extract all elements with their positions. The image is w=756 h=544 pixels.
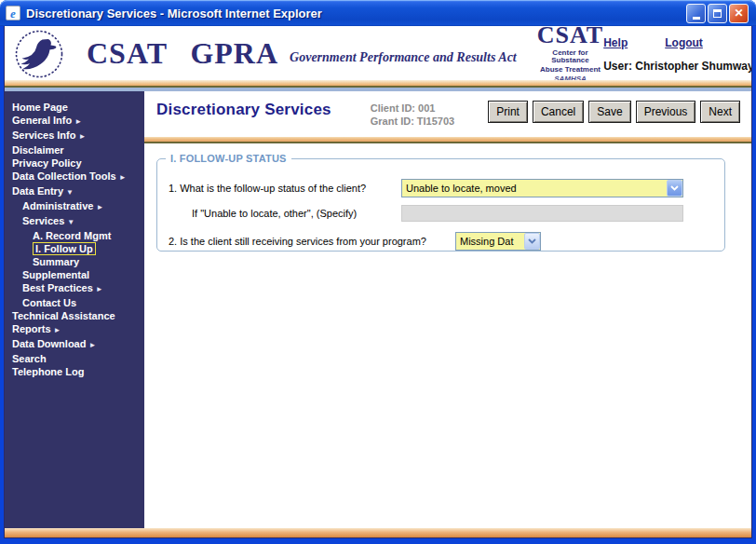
sidebar-item-reports[interactable]: Reports►	[5, 322, 144, 337]
sidebar-item-search[interactable]: Search	[5, 352, 144, 365]
csat-logo: CSAT Center for Substance Abuse Treatmen…	[537, 26, 603, 83]
csat-acronym: CSAT	[537, 26, 603, 48]
sidebar-item-label: Services	[22, 215, 64, 226]
sidebar-item-label: Best Practices	[22, 282, 93, 293]
maximize-button[interactable]	[708, 4, 727, 23]
expand-down-icon: ▼	[67, 218, 74, 226]
minimize-icon	[693, 17, 700, 20]
sidebar-item-label: Services Info	[12, 129, 75, 141]
sidebar-item-label: A. Record Mgmt	[33, 230, 111, 241]
followup-status-select[interactable]: Unable to locate, moved	[401, 179, 683, 197]
expand-right-icon: ►	[119, 173, 127, 182]
sidebar-item-label: Data Collection Tools	[12, 170, 116, 182]
sidebar-item-label: I. Follow Up	[33, 242, 96, 255]
sidebar-item-label: Administrative	[22, 200, 93, 211]
question1-label: 1. What is the follow-up status of the c…	[169, 183, 401, 194]
sidebar-item-administrative[interactable]: Administrative►	[5, 199, 144, 214]
still-receiving-select[interactable]: Missing Dat	[455, 232, 541, 251]
question2-label: 2. Is the client still receiving service…	[169, 236, 455, 247]
expand-right-icon: ►	[96, 285, 103, 293]
sidebar-item-technical-assistance[interactable]: Technical Assistance	[5, 309, 144, 322]
help-link[interactable]: Help	[603, 36, 628, 49]
footer-orange-bar	[5, 528, 751, 537]
expand-down-icon: ▼	[66, 188, 74, 197]
sidebar-item-label: Reports	[12, 323, 51, 334]
main-header: Discretionary Services Client ID: 001 Gr…	[144, 91, 751, 137]
ie-e-glyph: e	[10, 7, 16, 20]
close-button[interactable]: ✕	[729, 4, 749, 23]
next-button[interactable]: Next	[700, 101, 740, 123]
sidebar-item-data-entry[interactable]: Data Entry▼	[5, 184, 144, 199]
sidebar-item-summary[interactable]: Summary	[5, 255, 144, 268]
sidebar-nav: Home PageGeneral Info►Services Info►Disc…	[5, 91, 144, 528]
close-icon: ✕	[734, 7, 743, 19]
chevron-down-icon[interactable]	[667, 180, 682, 197]
sidebar-item-label: Summary	[33, 256, 79, 267]
title-bar[interactable]: e Discretionary Services - Microsoft Int…	[0, 0, 756, 26]
cancel-button[interactable]: Cancel	[533, 101, 584, 123]
window-controls: ✕	[686, 4, 749, 23]
expand-right-icon: ►	[96, 203, 103, 211]
sidebar-item-services-info[interactable]: Services Info►	[5, 129, 144, 143]
sidebar-item-label: Telephone Log	[12, 366, 84, 377]
content-row: Home PageGeneral Info►Services Info►Disc…	[5, 91, 751, 528]
chevron-down-icon[interactable]	[524, 233, 540, 250]
logout-link[interactable]: Logout	[665, 36, 703, 49]
sidebar-item-disclaimer[interactable]: Disclaimer	[5, 143, 144, 156]
previous-button[interactable]: Previous	[636, 101, 696, 123]
record-ids: Client ID: 001 Grant ID: TI15703	[371, 101, 454, 128]
still-receiving-value: Missing Dat	[456, 236, 524, 247]
logged-in-user: User: Christopher Shumway	[603, 60, 752, 73]
main-divider	[144, 137, 751, 143]
sidebar-item-privacy-policy[interactable]: Privacy Policy	[5, 156, 144, 170]
window-title: Discretionary Services - Microsoft Inter…	[26, 7, 686, 20]
sidebar-item-supplemental[interactable]: Supplemental	[5, 268, 144, 281]
sidebar-item-data-collection-tools[interactable]: Data Collection Tools►	[5, 170, 144, 184]
specify-label: If "Unable to locate, other", (Specify)	[169, 208, 401, 219]
sidebar-item-services[interactable]: Services▼	[5, 214, 144, 229]
expand-right-icon: ►	[74, 117, 82, 126]
hhs-eagle-logo	[14, 29, 64, 79]
csat-line1: Center for Substance	[537, 49, 603, 64]
page-body: CSAT GPRA Government Performance and Res…	[4, 26, 752, 538]
sidebar-item-a-record-mgmt[interactable]: A. Record Mgmt	[5, 229, 144, 242]
sidebar-item-best-practices[interactable]: Best Practices►	[5, 281, 144, 296]
sidebar-item-contact-us[interactable]: Contact Us	[5, 296, 144, 309]
followup-status-value: Unable to locate, moved	[402, 183, 667, 194]
followup-status-fieldset: I. FOLLOW-UP STATUS 1. What is the follo…	[156, 158, 725, 252]
grant-id: Grant ID: TI15703	[371, 115, 454, 128]
minimize-button[interactable]	[686, 4, 706, 23]
header-user-area: Help Logout User: Christopher Shumway	[603, 34, 752, 73]
gpra-logo: CSAT GPRA Government Performance and Res…	[87, 37, 517, 69]
sidebar-item-i-follow-up[interactable]: I. Follow Up	[5, 242, 144, 255]
gpra-logo-subtitle: Government Performance and Results Act	[278, 50, 517, 69]
sidebar-item-home-page[interactable]: Home Page	[5, 101, 144, 114]
app-header: CSAT GPRA Government Performance and Res…	[5, 26, 751, 80]
browser-window: e Discretionary Services - Microsoft Int…	[0, 0, 756, 544]
sidebar-item-label: Data Download	[12, 338, 86, 349]
csat-line2: Abuse Treatment	[537, 66, 603, 74]
maximize-icon	[713, 9, 722, 18]
client-id: Client ID: 001	[371, 102, 454, 115]
sidebar-item-label: Data Entry	[12, 185, 63, 197]
gpra-logo-title: CSAT GPRA	[87, 37, 278, 69]
specify-input[interactable]	[401, 205, 683, 222]
sidebar-item-label: Technical Assistance	[12, 310, 115, 321]
fieldset-legend: I. FOLLOW-UP STATUS	[166, 153, 291, 164]
action-toolbar: PrintCancelSavePreviousNext	[483, 101, 740, 123]
internet-explorer-icon: e	[6, 6, 20, 20]
sidebar-item-label: Search	[12, 353, 47, 364]
sidebar-item-label: Privacy Policy	[12, 157, 82, 169]
sidebar-item-data-download[interactable]: Data Download►	[5, 337, 144, 352]
sidebar-item-label: Disclaimer	[12, 144, 64, 156]
page-title: Discretionary Services	[156, 101, 331, 119]
expand-right-icon: ►	[54, 326, 61, 334]
sidebar-item-label: Contact Us	[22, 297, 76, 308]
save-button[interactable]: Save	[588, 101, 630, 123]
sidebar-item-general-info[interactable]: General Info►	[5, 114, 144, 129]
sidebar-item-label: General Info	[12, 115, 72, 126]
main-panel: Discretionary Services Client ID: 001 Gr…	[144, 91, 751, 528]
sidebar-item-label: Home Page	[12, 102, 68, 113]
sidebar-item-telephone-log[interactable]: Telephone Log	[5, 365, 144, 378]
print-button[interactable]: Print	[488, 101, 528, 123]
